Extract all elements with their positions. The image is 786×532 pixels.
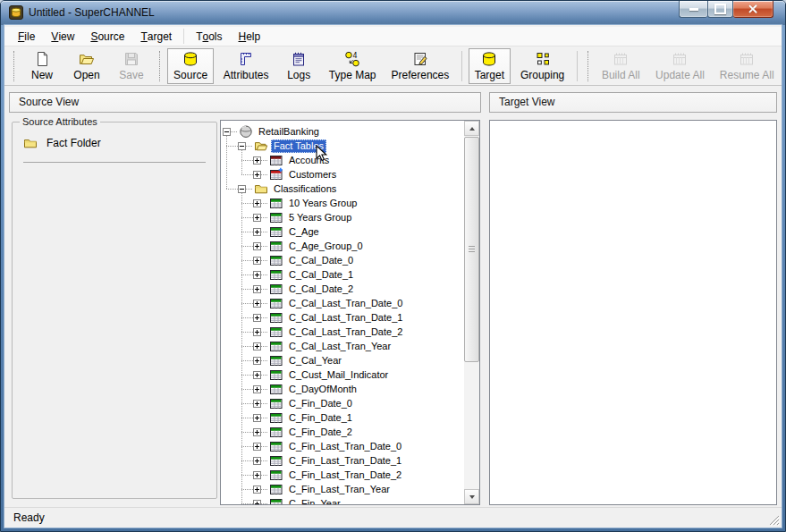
toolbar-gripper[interactable] [587,51,588,81]
expand-icon[interactable] [253,228,261,236]
scroll-down-button[interactable] [464,489,479,504]
tree-item-c-cal-date-0[interactable]: C_Cal_Date_0 [221,253,464,267]
expand-icon[interactable] [253,300,261,308]
expand-icon[interactable] [253,314,261,322]
expand-icon[interactable] [253,214,261,222]
expand-icon[interactable] [253,371,261,379]
tree-item-c-cal-last-tran-date-0[interactable]: C_Cal_Last_Tran_Date_0 [221,296,464,310]
expand-icon[interactable] [253,171,261,179]
expand-icon[interactable] [253,328,261,336]
expand-icon[interactable] [253,428,261,436]
classification-table-icon [269,367,283,382]
expand-icon[interactable] [253,285,261,293]
tree-item-c-age[interactable]: C_Age [221,224,464,239]
expand-icon[interactable] [253,156,261,165]
tree-dots [261,174,267,175]
scrollbar-thumb[interactable] [464,137,479,362]
tree-scrollbar[interactable] [464,121,479,504]
preferences-button[interactable]: Preferences [385,48,454,84]
tree-item-retailbanking[interactable]: RetailBanking [221,124,464,139]
grouping-button[interactable]: Grouping [514,48,570,84]
expand-icon[interactable] [253,486,261,494]
tree-item-c-cal-last-tran-date-1[interactable]: C_Cal_Last_Tran_Date_1 [221,310,464,325]
expand-icon[interactable] [253,199,261,207]
source-tree-panel: RetailBankingFact TablesAccountsCustomer… [220,120,480,505]
collapse-icon[interactable] [223,128,231,136]
type-map-button[interactable]: 4Type Map [323,48,382,84]
target-view-panel[interactable] [489,120,777,505]
menu-help[interactable]: Help [231,27,269,46]
tree-item-c-cal-year[interactable]: C_Cal_Year [221,353,464,367]
expand-icon[interactable] [253,471,261,479]
menu-tools[interactable]: Tools [188,27,230,46]
logs-button[interactable]: Logs [278,48,319,84]
fact-folder-item[interactable]: Fact Folder [18,134,211,152]
menu-source[interactable]: Source [82,27,132,46]
maximize-button[interactable] [707,1,733,18]
toolbar-gripper[interactable] [159,51,160,81]
tree-item-c-fin-date-2[interactable]: C_Fin_Date_2 [221,425,464,439]
tree-item-label: C_Cust_Mail_Indicator [286,368,391,382]
tree-item-c-dayofmonth[interactable]: C_DayOfMonth [221,382,464,396]
expand-icon[interactable] [253,414,261,422]
expand-icon[interactable] [253,500,261,505]
expand-icon[interactable] [253,257,261,265]
tree-item-c-fin-last-tran-date-0[interactable]: C_Fin_Last_Tran_Date_0 [221,439,464,453]
target-view-header: Target View [489,92,777,113]
tree-item-c-fin-last-tran-date-1[interactable]: C_Fin_Last_Tran_Date_1 [221,453,464,468]
tree-item-c-cust-mail-indicator[interactable]: C_Cust_Mail_Indicator [221,367,464,382]
tree-connector [241,446,253,447]
tree-item-label: C_Cal_Date_2 [286,283,356,296]
menu-file[interactable]: File [10,27,43,46]
tree-item-10-years-group[interactable]: 10 Years Group [221,196,464,210]
menu-target[interactable]: Target [132,27,180,46]
expand-icon[interactable] [253,357,261,365]
target-button[interactable]: Target [469,48,511,84]
expand-icon[interactable] [253,242,261,250]
tree-item-c-fin-year[interactable]: C_Fin_Year [221,496,464,504]
expand-icon[interactable] [253,443,261,451]
tree-item-c-cal-date-2[interactable]: C_Cal_Date_2 [221,282,464,296]
expand-icon[interactable] [253,385,261,393]
new-button[interactable]: New [21,48,63,84]
resize-grip[interactable] [768,514,780,526]
titlebar[interactable]: Untitled - SuperCHANNEL [1,1,785,25]
tree-dots [231,131,237,132]
scroll-up-button[interactable] [464,121,479,136]
tree-item-c-fin-last-tran-year[interactable]: C_Fin_Last_Tran_Year [221,482,464,496]
tree-item-c-cal-date-1[interactable]: C_Cal_Date_1 [221,267,464,282]
arrow-up-icon [469,127,475,131]
attributes-button[interactable]: Attributes [217,48,275,84]
tree-dots [261,360,267,361]
tree-item-c-fin-date-1[interactable]: C_Fin_Date_1 [221,410,464,425]
attribute-label: Fact Folder [46,137,101,149]
tree-item-accounts[interactable]: Accounts [221,153,464,167]
toolbar-button-label: Logs [287,69,310,81]
toolbar-button-label: Save [119,69,143,81]
menu-view[interactable]: View [43,27,82,46]
collapse-icon[interactable] [238,185,246,193]
expand-icon[interactable] [253,400,261,408]
toolbar-button-label: Source [173,69,207,81]
toolbar-gripper[interactable] [13,51,14,81]
tree-item-c-fin-date-0[interactable]: C_Fin_Date_0 [221,396,464,410]
tree-item-fact-tables[interactable]: Fact Tables [221,139,464,153]
tree-item-c-cal-last-tran-date-2[interactable]: C_Cal_Last_Tran_Date_2 [221,325,464,339]
open-button[interactable]: Open [66,48,107,84]
expand-icon[interactable] [253,342,261,350]
expand-icon[interactable] [253,271,261,279]
tree-item-c-cal-last-tran-year[interactable]: C_Cal_Last_Tran_Year [221,339,464,353]
close-icon [748,4,758,14]
minimize-button[interactable] [679,1,707,18]
tree-item-classifications[interactable]: Classifications [221,182,464,196]
tree-item-c-age-group-0[interactable]: C_Age_Group_0 [221,239,464,253]
tree-item-5-years-group[interactable]: 5 Years Group [221,210,464,224]
fact-table-icon [269,153,283,167]
tree-item-customers[interactable]: Customers [221,167,464,182]
tree-item-c-fin-last-tran-date-2[interactable]: C_Fin_Last_Tran_Date_2 [221,468,464,482]
close-button[interactable] [733,1,773,18]
collapse-icon[interactable] [238,142,246,150]
expand-icon[interactable] [253,457,261,465]
source-button[interactable]: Source [167,48,214,84]
tree-item-label: C_Age_Group_0 [286,240,366,253]
